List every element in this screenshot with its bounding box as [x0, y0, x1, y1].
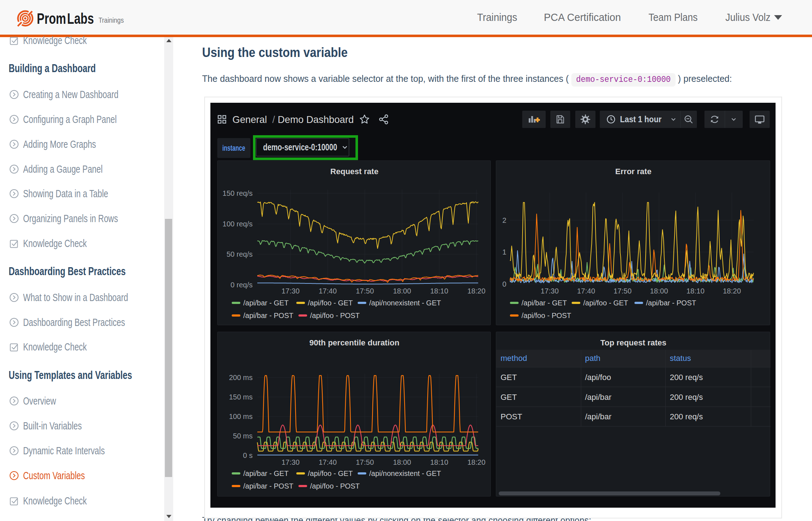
svg-text:17:30: 17:30 — [281, 458, 300, 466]
svg-text:/api/foo - POST: /api/foo - POST — [521, 312, 571, 319]
svg-text:17:50: 17:50 — [614, 287, 632, 295]
svg-text:150 ms: 150 ms — [229, 393, 253, 401]
svg-text:GET: GET — [501, 373, 517, 382]
svg-text:50 req/s: 50 req/s — [227, 250, 253, 258]
svg-text:17:30: 17:30 — [281, 287, 300, 295]
svg-text:100 req/s: 100 req/s — [223, 220, 253, 228]
svg-text:17:50: 17:50 — [356, 458, 374, 466]
svg-text:18:00: 18:00 — [650, 287, 668, 295]
svg-text:200 req/s: 200 req/s — [670, 373, 703, 382]
svg-text:/api/bar - POST: /api/bar - POST — [646, 299, 696, 307]
svg-text:Request rate: Request rate — [330, 167, 378, 176]
svg-text:/api/bar - GET: /api/bar - GET — [243, 469, 289, 477]
svg-text:17:50: 17:50 — [356, 287, 374, 295]
svg-text:50 ms: 50 ms — [233, 432, 253, 440]
svg-text:method: method — [501, 354, 527, 363]
svg-text:/api/foo: /api/foo — [585, 373, 611, 382]
svg-text:18:20: 18:20 — [467, 287, 485, 295]
svg-text:POST: POST — [501, 412, 522, 421]
svg-text:18:20: 18:20 — [467, 458, 485, 466]
svg-text:/api/foo - POST: /api/foo - POST — [310, 312, 360, 319]
svg-text:/api/bar - GET: /api/bar - GET — [243, 299, 289, 307]
svg-text:/api/nonexistent - GET: /api/nonexistent - GET — [369, 299, 441, 307]
svg-text:18:10: 18:10 — [430, 287, 448, 295]
svg-text:1: 1 — [502, 248, 506, 256]
svg-text:18:20: 18:20 — [723, 287, 741, 295]
svg-text:path: path — [585, 354, 601, 363]
svg-text:2: 2 — [502, 216, 506, 224]
svg-text:/api/foo - POST: /api/foo - POST — [310, 482, 360, 490]
svg-text:200 ms: 200 ms — [229, 374, 253, 381]
svg-text:17:40: 17:40 — [319, 287, 337, 295]
svg-text:/api/bar - POST: /api/bar - POST — [243, 482, 293, 490]
svg-text:18:10: 18:10 — [430, 458, 448, 466]
svg-text:18:00: 18:00 — [393, 287, 411, 295]
svg-text:status: status — [670, 354, 691, 363]
svg-text:/api/bar: /api/bar — [585, 393, 611, 402]
svg-text:90th percentile duration: 90th percentile duration — [309, 338, 399, 347]
svg-text:/api/bar: /api/bar — [585, 412, 611, 421]
svg-text:0: 0 — [502, 280, 506, 288]
svg-text:17:30: 17:30 — [541, 287, 559, 295]
svg-text:200 req/s: 200 req/s — [670, 393, 703, 402]
svg-text:/api/bar - GET: /api/bar - GET — [521, 299, 567, 307]
svg-text:100 ms: 100 ms — [229, 412, 253, 420]
svg-text:150 req/s: 150 req/s — [223, 189, 253, 197]
svg-text:/api/nonexistent - GET: /api/nonexistent - GET — [369, 469, 441, 477]
svg-text:18:10: 18:10 — [686, 287, 704, 295]
svg-text:Top request rates: Top request rates — [601, 338, 667, 347]
svg-text:/api/bar - POST: /api/bar - POST — [243, 312, 293, 319]
svg-text:/api/foo - GET: /api/foo - GET — [308, 469, 353, 477]
svg-text:/api/foo - GET: /api/foo - GET — [583, 299, 628, 307]
svg-text:Error rate: Error rate — [615, 167, 651, 176]
svg-text:17:40: 17:40 — [577, 287, 595, 295]
svg-text:17:40: 17:40 — [319, 458, 337, 466]
svg-text:18:00: 18:00 — [393, 458, 411, 466]
svg-text:/api/foo - GET: /api/foo - GET — [308, 299, 353, 307]
svg-text:GET: GET — [501, 393, 517, 402]
svg-text:200 req/s: 200 req/s — [670, 412, 703, 421]
svg-text:0 req/s: 0 req/s — [231, 281, 253, 289]
svg-text:0 s: 0 s — [243, 451, 253, 459]
